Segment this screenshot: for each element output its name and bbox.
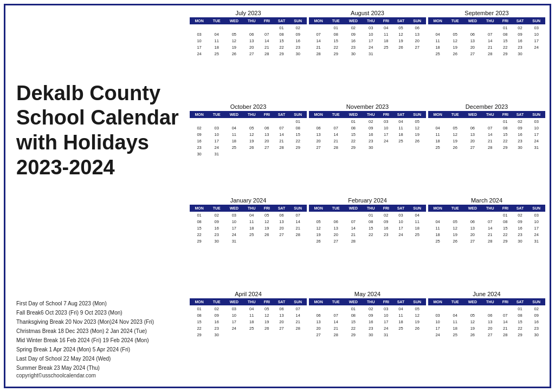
calendar-day: 13: [274, 218, 289, 225]
calendar-day: 21: [289, 318, 306, 325]
calendar-day: 19: [447, 138, 463, 144]
calendar-day: [429, 212, 447, 219]
calendar-day: 26: [409, 325, 425, 331]
calendar-day: 26: [243, 144, 260, 151]
calendar-day: 16: [379, 225, 393, 231]
calendar-day: 30: [209, 331, 225, 338]
calendar-day: 12: [447, 37, 463, 44]
calendar-day: 29: [274, 50, 289, 57]
calendar-day: 06: [243, 31, 260, 37]
calendar-day: 01: [289, 118, 306, 125]
calendar-day: 25: [379, 44, 393, 50]
calendar-day: 21: [309, 44, 328, 50]
day-header: TUE: [447, 299, 463, 305]
calendar-day: 14: [344, 225, 363, 231]
calendar-day: 07: [260, 31, 274, 37]
calendar-day: [274, 331, 289, 338]
day-header: WED: [225, 299, 243, 305]
day-header: SUN: [409, 112, 425, 118]
calendar-day: 14: [328, 318, 344, 325]
month-block: August 2023MONTUEWEDTHUFRISATSUN01020304…: [309, 10, 426, 101]
month-block: January 2024MONTUEWEDTHUFRISATSUN0102030…: [190, 197, 307, 289]
month-block: March 2024MONTUEWEDTHUFRISATSUN010203040…: [428, 197, 545, 289]
calendar-day: 16: [512, 131, 528, 138]
calendar-day: 18: [243, 318, 260, 325]
calendar-day: 15: [499, 37, 512, 44]
calendar-day: 29: [499, 50, 512, 57]
calendar-day: 31: [528, 144, 545, 151]
calendar-day: 13: [309, 318, 328, 325]
calendar-day: 19: [409, 318, 425, 325]
calendar-day: [328, 118, 344, 125]
calendar-day: 19: [409, 131, 425, 138]
calendar-day: 23: [363, 325, 379, 331]
calendar-day: [447, 24, 463, 31]
calendar-day: 15: [499, 131, 512, 138]
calendar-day: 26: [260, 325, 274, 331]
calendar-day: 07: [328, 125, 344, 131]
calendar-day: 05: [393, 24, 409, 31]
calendar-day: 24: [528, 231, 545, 238]
day-header: SAT: [512, 18, 528, 24]
calendar-day: 18: [393, 131, 409, 138]
calendar-day: 24: [429, 331, 447, 338]
calendar-day: 28: [260, 50, 274, 57]
calendar-day: 25: [429, 238, 447, 244]
calendar-day: 09: [512, 218, 528, 225]
calendar-day: 17: [528, 37, 545, 44]
calendar-day: 13: [309, 131, 328, 138]
calendar-day: 20: [274, 318, 289, 325]
day-header: WED: [463, 112, 482, 118]
calendar-day: 25: [429, 50, 447, 57]
calendar-day: 14: [499, 318, 512, 325]
calendar-day: [225, 151, 243, 157]
calendar-day: [225, 331, 243, 338]
day-header: TUE: [328, 205, 344, 212]
calendar-day: 16: [512, 37, 528, 44]
calendar-day: 25: [429, 144, 447, 151]
calendar-day: 20: [328, 231, 344, 238]
calendar-day: 22: [328, 44, 344, 50]
calendar-day: 15: [363, 225, 379, 231]
calendar-day: 08: [190, 312, 209, 318]
day-header: TUE: [328, 112, 344, 118]
calendar-day: 15: [499, 225, 512, 231]
calendar-day: 08: [190, 218, 209, 225]
calendar-day: 21: [274, 138, 289, 144]
calendar-day: 29: [512, 331, 528, 338]
day-header: SUN: [289, 18, 306, 24]
calendar-day: 02: [344, 24, 363, 31]
day-header: WED: [225, 205, 243, 212]
day-header: FRI: [260, 205, 274, 212]
calendar-day: 24: [379, 325, 393, 331]
calendar-day: [225, 24, 243, 31]
calendar-day: 15: [344, 131, 363, 138]
calendar-day: 03: [190, 31, 209, 37]
calendar-day: 23: [363, 138, 379, 144]
calendar-day: 07: [482, 31, 499, 37]
calendar-day: [243, 331, 260, 338]
calendar-day: 28: [344, 238, 363, 244]
calendar-day: 21: [482, 231, 499, 238]
day-header: THU: [363, 18, 379, 24]
month-block: May 2024MONTUEWEDTHUFRISATSUN01020304050…: [309, 291, 426, 382]
calendar-day: 20: [260, 138, 274, 144]
calendar-day: 20: [274, 225, 289, 231]
calendar-day: 04: [429, 125, 447, 131]
calendar-day: [379, 50, 393, 57]
calendar-day: 07: [289, 212, 306, 219]
day-header: MON: [429, 112, 447, 118]
calendar-day: 22: [499, 138, 512, 144]
day-header: FRI: [499, 299, 512, 305]
calendar-day: [409, 238, 425, 244]
calendar-day: 30: [363, 331, 379, 338]
day-header: THU: [482, 205, 499, 212]
day-header: SUN: [528, 205, 545, 212]
calendar-day: [243, 118, 260, 125]
calendar-day: 09: [379, 218, 393, 225]
calendar-day: 24: [379, 138, 393, 144]
calendar-day: [482, 24, 499, 31]
calendar-day: 27: [463, 238, 482, 244]
calendar-day: 01: [512, 305, 528, 312]
calendar-day: 11: [429, 225, 447, 231]
